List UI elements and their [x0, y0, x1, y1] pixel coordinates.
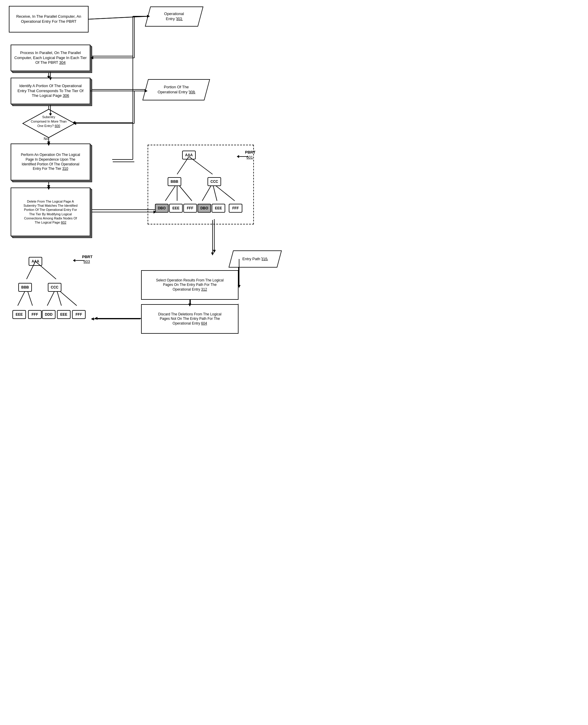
tree2-ccc: CCC	[48, 283, 61, 292]
tree2-bbb: BBB	[18, 283, 32, 292]
select-312: Select Operation Results From The Logica…	[141, 270, 238, 300]
svg-line-50	[26, 261, 36, 279]
svg-line-41	[189, 157, 212, 174]
svg-line-40	[177, 157, 189, 174]
tree2-fff1: FFF	[28, 310, 42, 319]
receive-box: Receive, In The Parallel Computer, An Op…	[9, 6, 88, 33]
tree2-ddd: DDD	[42, 310, 56, 319]
tree1-bbb: BBB	[168, 177, 181, 186]
svg-line-57	[88, 16, 147, 19]
tree1-eee2: EEE	[212, 204, 225, 213]
svg-line-51	[36, 261, 56, 279]
svg-text:Subentry: Subentry	[42, 115, 56, 119]
svg-text:One Entry? 600: One Entry? 600	[37, 124, 60, 128]
no-label: No	[44, 137, 48, 141]
entry-path-316: Entry Path 316	[229, 250, 282, 268]
svg-line-0	[88, 16, 150, 19]
tree1-dbo1: DBO	[155, 204, 169, 213]
diamond-600: Subentry Comprised In More Than One Entr…	[22, 109, 75, 138]
tree2-fff2: FFF	[72, 310, 86, 319]
svg-marker-34	[23, 109, 75, 138]
operational-entry-302: OperationalEntry 302	[145, 6, 203, 26]
tree1-fff1: FFF	[183, 204, 197, 213]
tree1-dbo2: DBO	[197, 204, 211, 213]
diagram: Receive, In The Parallel Computer, An Op…	[0, 0, 294, 362]
tree2-eee1: EEE	[13, 310, 26, 319]
tree2-eee2: EEE	[57, 310, 70, 319]
svg-marker-80	[213, 250, 216, 253]
tree1-fff2: FFF	[229, 204, 242, 213]
tree1-ccc: CCC	[208, 177, 221, 186]
svg-marker-31	[94, 317, 98, 320]
svg-text:Comprised In More Than: Comprised In More Than	[31, 120, 66, 123]
tree1-eee1: EEE	[169, 204, 183, 213]
discard-604: Discard The Deletions From The LogicalPa…	[141, 304, 238, 334]
svg-marker-23	[211, 252, 214, 255]
portion-308: Portion Of TheOperational Entry 308	[142, 79, 210, 100]
tree1-lines	[148, 145, 254, 227]
